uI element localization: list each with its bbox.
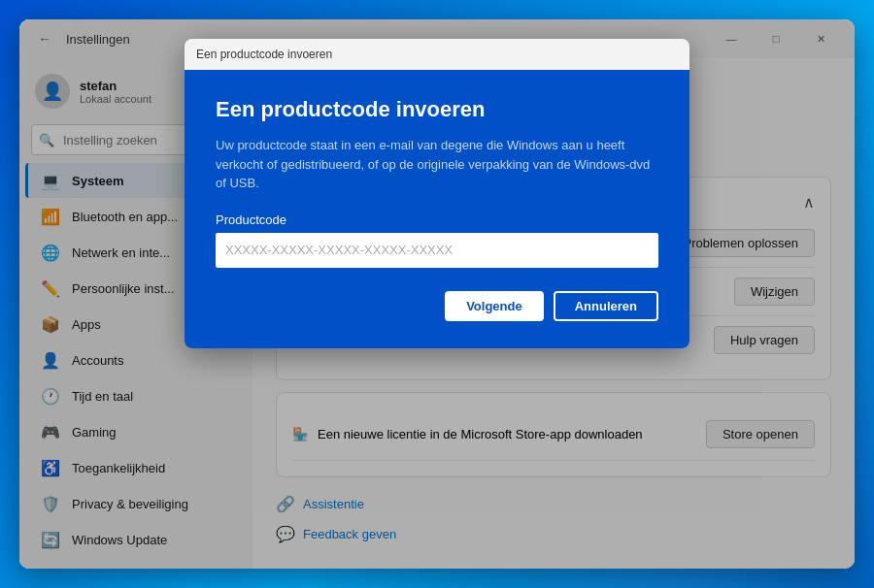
product-code-label: Productcode (216, 212, 658, 227)
modal-titlebar-text: Een productcode invoeren (196, 48, 332, 61)
product-code-input[interactable] (216, 233, 658, 268)
modal-body: Een productcode invoeren Uw productcode … (185, 70, 689, 348)
cancel-button[interactable]: Annuleren (554, 291, 658, 321)
modal-overlay: Een productcode invoeren Een productcode… (19, 19, 855, 569)
settings-window: ← Instellingen — □ ✕ 👤 stefan Lokaal acc… (19, 19, 855, 569)
next-button[interactable]: Volgende (445, 291, 544, 321)
modal-actions: Volgende Annuleren (216, 291, 658, 321)
modal-description: Uw productcode staat in een e-mail van d… (216, 136, 658, 193)
product-key-modal: Een productcode invoeren Een productcode… (185, 39, 689, 348)
modal-heading: Een productcode invoeren (216, 97, 658, 122)
modal-titlebar: Een productcode invoeren (185, 39, 689, 70)
